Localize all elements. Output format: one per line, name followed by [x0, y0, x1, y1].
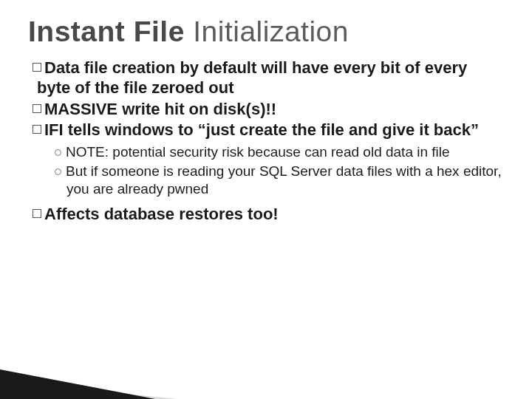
svg-marker-1: [0, 369, 155, 399]
ring-bullet-icon: [55, 168, 61, 175]
square-bullet-icon: [33, 125, 41, 134]
bullet-3-text: IFI tells windows to “just create the fi…: [44, 120, 479, 139]
bullet-2: MASSIVE write hit on disk(s)!!: [33, 100, 504, 120]
bullet-1-text: Data file creation by default will have …: [37, 58, 467, 97]
bullet-2-text: MASSIVE write hit on disk(s)!!: [44, 100, 276, 118]
title-rest: Initialization: [185, 16, 349, 47]
sub-1-text: NOTE: potential security risk because ca…: [66, 144, 450, 160]
sub-2-text: But if someone is reading your SQL Serve…: [66, 163, 502, 197]
sub-item-1: NOTE: potential security risk because ca…: [55, 143, 504, 161]
bullet-4: Affects database restores too!: [33, 205, 504, 225]
square-bullet-icon: [33, 104, 41, 113]
slide-body: Data file creation by default will have …: [28, 58, 504, 225]
square-bullet-icon: [33, 63, 41, 72]
sub-list: NOTE: potential security risk because ca…: [55, 143, 504, 197]
square-bullet-icon: [33, 209, 41, 218]
ring-bullet-icon: [55, 149, 61, 156]
slide: Instant File Initialization Data file cr…: [0, 0, 532, 399]
svg-marker-0: [0, 381, 177, 399]
slide-title: Instant File Initialization: [28, 16, 504, 48]
bullet-1: Data file creation by default will have …: [33, 58, 504, 98]
sub-item-2: But if someone is reading your SQL Serve…: [55, 163, 504, 198]
title-strong: Instant File: [28, 16, 185, 47]
svg-marker-2: [0, 384, 89, 399]
bullet-4-text: Affects database restores too!: [44, 205, 279, 223]
bullet-3: IFI tells windows to “just create the fi…: [33, 120, 504, 140]
corner-accent-icon: [0, 347, 177, 399]
